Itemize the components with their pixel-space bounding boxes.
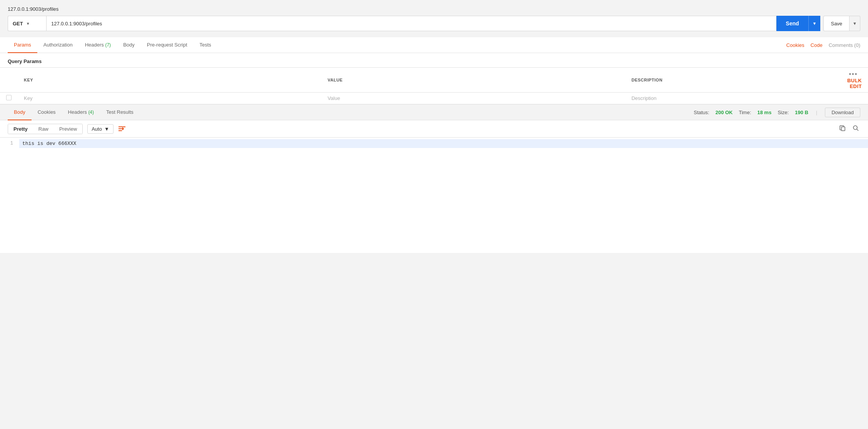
desc-col-header: DESCRIPTION xyxy=(625,68,837,93)
status-value: 200 OK xyxy=(715,110,733,115)
size-label: Size: xyxy=(778,110,789,115)
url-input[interactable] xyxy=(46,16,776,31)
request-bar: GET ▼ Send ▼ Save ▼ xyxy=(0,16,868,37)
send-button[interactable]: Send xyxy=(776,16,808,31)
wrap-button[interactable] xyxy=(118,125,126,132)
response-tabs-bar: Body Cookies Headers (4) Test Results St… xyxy=(0,105,868,120)
response-body: 1 this is dev 666XXX xyxy=(0,138,868,253)
description-cell[interactable]: Description xyxy=(625,93,837,104)
code-line: 1 this is dev 666XXX xyxy=(0,138,868,150)
code-link[interactable]: Code xyxy=(811,42,823,48)
row-checkbox[interactable] xyxy=(6,95,12,100)
line-content: this is dev 666XXX xyxy=(19,139,868,148)
pretty-button[interactable]: Pretty xyxy=(8,124,33,134)
key-cell[interactable]: Key xyxy=(18,93,322,104)
preview-button[interactable]: Preview xyxy=(54,124,82,134)
svg-line-5 xyxy=(857,129,858,131)
time-label: Time: xyxy=(739,110,751,115)
page-title: 127.0.0.1:9003/profiles xyxy=(0,6,868,16)
tab-right-actions: Cookies Code Comments (0) xyxy=(786,42,860,48)
table-row: Key Value Description xyxy=(0,93,868,104)
format-btn-group: Pretty Raw Preview xyxy=(8,124,83,134)
response-toolbar: Pretty Raw Preview Auto ▼ xyxy=(0,120,868,138)
line-number: 1 xyxy=(0,139,19,148)
search-button[interactable] xyxy=(851,123,860,134)
size-value: 190 B xyxy=(795,110,808,115)
tab-params[interactable]: Params xyxy=(8,37,37,53)
request-tabs-bar: Params Authorization Headers (7) Body Pr… xyxy=(0,37,868,53)
value-col-header: VALUE xyxy=(322,68,626,93)
headers-badge: (7) xyxy=(105,42,111,48)
time-value: 18 ms xyxy=(757,110,771,115)
response-tab-test-results[interactable]: Test Results xyxy=(100,105,140,120)
comments-link[interactable]: Comments (0) xyxy=(829,42,860,48)
svg-point-4 xyxy=(853,126,857,130)
raw-button[interactable]: Raw xyxy=(33,124,54,134)
key-col-header: KEY xyxy=(18,68,322,93)
more-options-icon[interactable]: ••• xyxy=(849,71,858,77)
tab-authorization[interactable]: Authorization xyxy=(37,37,79,53)
save-button[interactable]: Save xyxy=(823,16,849,31)
app-container: 127.0.0.1:9003/profiles GET ▼ Send ▼ Sav… xyxy=(0,0,868,429)
auto-label: Auto xyxy=(92,126,102,132)
method-label: GET xyxy=(13,21,23,27)
send-btn-group: Send ▼ xyxy=(776,16,820,31)
checkbox-col-header xyxy=(0,68,18,93)
tab-headers[interactable]: Headers (7) xyxy=(79,37,117,53)
status-label: Status: xyxy=(694,110,709,115)
auto-chevron-icon: ▼ xyxy=(104,126,109,132)
response-tab-cookies[interactable]: Cookies xyxy=(32,105,62,120)
params-table: KEY VALUE DESCRIPTION ••• Bulk Edit xyxy=(0,67,868,104)
response-status-bar: Status: 200 OK Time: 18 ms Size: 190 B |… xyxy=(694,108,860,117)
response-headers-badge: (4) xyxy=(88,110,94,115)
row-checkbox-cell xyxy=(0,93,18,104)
tab-body[interactable]: Body xyxy=(117,37,141,53)
download-button[interactable]: Download xyxy=(825,108,860,117)
response-tab-headers[interactable]: Headers (4) xyxy=(62,105,100,120)
query-params-section: Query Params KEY VALUE DESCRIPTION ••• B… xyxy=(0,53,868,104)
svg-rect-3 xyxy=(841,127,845,131)
save-dropdown-button[interactable]: ▼ xyxy=(849,16,860,31)
tab-pre-request[interactable]: Pre-request Script xyxy=(141,37,194,53)
query-params-title: Query Params xyxy=(0,53,868,67)
copy-button[interactable] xyxy=(838,123,847,134)
value-cell[interactable]: Value xyxy=(322,93,626,104)
save-btn-group: Save ▼ xyxy=(823,16,860,31)
tab-tests[interactable]: Tests xyxy=(194,37,217,53)
actions-col-header: ••• Bulk Edit xyxy=(837,68,868,93)
response-tab-body[interactable]: Body xyxy=(8,105,32,120)
method-select[interactable]: GET ▼ xyxy=(8,16,46,31)
row-actions-cell xyxy=(837,93,868,104)
auto-select[interactable]: Auto ▼ xyxy=(87,124,114,134)
send-dropdown-button[interactable]: ▼ xyxy=(808,16,821,31)
toolbar-right xyxy=(838,123,860,134)
method-chevron-icon: ▼ xyxy=(26,22,30,26)
bulk-edit-button[interactable]: Bulk Edit xyxy=(847,78,862,89)
cookies-link[interactable]: Cookies xyxy=(786,42,805,48)
